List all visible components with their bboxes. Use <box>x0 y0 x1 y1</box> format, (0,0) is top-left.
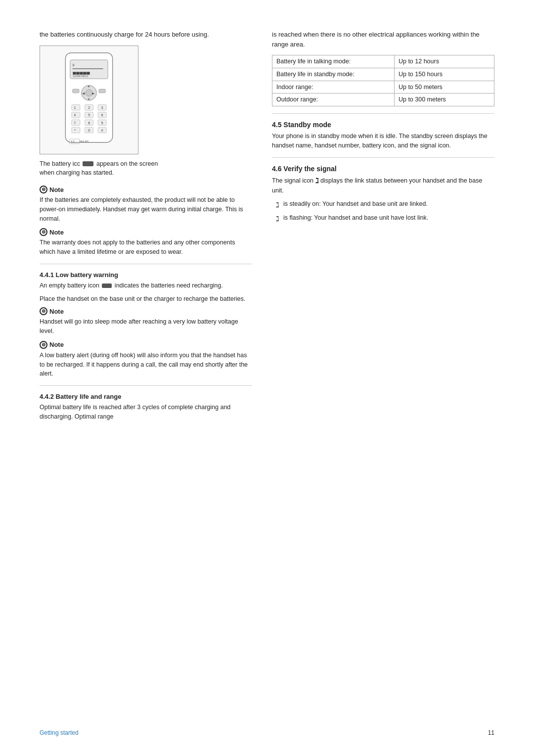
divider-2 <box>40 385 252 386</box>
svg-text:▲: ▲ <box>87 84 90 88</box>
section-442-text1: Optimal battery life is reached after 3 … <box>40 403 252 422</box>
spec-table-row: Outdoor range:Up to 300 meters <box>272 94 494 106</box>
svg-text:1: 1 <box>74 106 76 109</box>
signal-item-2: ℷ is flashing: Your handset and base uni… <box>276 213 494 224</box>
phone-image: 0 ⬛⬛⬛⬛⬛ 123456789012 ▲ ▼ ◀ ▶ <box>40 46 138 154</box>
spec-label: Outdoor range: <box>272 94 395 106</box>
spec-table-row: Battery life in talking mode:Up to 12 ho… <box>272 55 494 68</box>
note-3: ⊜ Note Handset will go into sleep mode a… <box>40 307 252 336</box>
svg-point-7 <box>86 90 92 96</box>
note-1-text: If the batteries are completely exhauste… <box>40 195 252 223</box>
spec-label: Indoor range: <box>272 81 395 94</box>
spec-label: Battery life in standby mode: <box>272 68 395 81</box>
svg-text:⬛⬛⬛⬛⬛: ⬛⬛⬛⬛⬛ <box>73 71 90 75</box>
note-4: ⊜ Note A low battery alert (during off h… <box>40 341 252 378</box>
svg-rect-12 <box>73 89 79 93</box>
section-46-title: 4.6 Verify the signal <box>272 165 494 173</box>
right-divider-1 <box>272 113 494 114</box>
intro-text-right: is reached when there is no other electr… <box>272 30 494 49</box>
svg-text:0: 0 <box>73 63 75 67</box>
svg-rect-13 <box>99 89 105 93</box>
battery-caption: The battery icc appears on the screen wh… <box>40 159 252 178</box>
note-2-title: ⊜ Note <box>40 228 252 236</box>
svg-text:*: * <box>74 128 76 132</box>
spec-table-row: Battery life in standby mode:Up to 150 h… <box>272 68 494 81</box>
svg-text:4: 4 <box>74 113 76 117</box>
divider-1 <box>40 264 252 264</box>
section-441-text2: Place the handset on the base unit or th… <box>40 294 252 304</box>
note-3-text: Handset will go into sleep mode after re… <box>40 317 252 336</box>
signal-icon-inline: ℷ <box>315 177 319 185</box>
phone-svg: 0 ⬛⬛⬛⬛⬛ 123456789012 ▲ ▼ ◀ ▶ <box>54 50 124 149</box>
footer: Getting started 11 <box>40 729 494 736</box>
svg-text:5: 5 <box>88 113 90 117</box>
svg-text:#: # <box>101 128 103 132</box>
note-4-title: ⊜ Note <box>40 341 252 349</box>
signal-steadily-icon: ℷ <box>276 199 279 210</box>
spec-table-row: Indoor range:Up to 50 meters <box>272 81 494 94</box>
note-4-icon: ⊜ <box>40 341 47 349</box>
svg-text:▼: ▼ <box>87 97 90 100</box>
section-442-title: 4.4.2 Battery life and range <box>40 393 252 400</box>
section-441-title: 4.4.1 Low battery warning <box>40 271 252 279</box>
signal-item-1: ℷ is steadily on: Your handset and base … <box>276 199 494 210</box>
svg-text:2: 2 <box>88 106 90 109</box>
note-3-icon: ⊜ <box>40 307 47 315</box>
svg-rect-3 <box>73 68 103 69</box>
two-column-layout: the batteries continuously charge for 24… <box>40 30 494 425</box>
signal-item-2-text: is flashing: Your handset and base unit … <box>283 213 428 223</box>
empty-battery-icon <box>102 284 112 288</box>
svg-text:9: 9 <box>101 121 103 124</box>
spec-value: Up to 12 hours <box>394 55 494 68</box>
intro-text-left: the batteries continuously charge for 24… <box>40 30 252 40</box>
note-1: ⊜ Note If the batteries are completely e… <box>40 186 252 223</box>
spec-label: Battery life in talking mode: <box>272 55 395 68</box>
section-441-text1: An empty battery icon indicates the batt… <box>40 281 252 290</box>
svg-text:123456789012: 123456789012 <box>73 75 89 78</box>
section-46-text: The signal icon ℷ displays the link stat… <box>272 176 494 195</box>
svg-text:PHILIPS: PHILIPS <box>80 140 89 142</box>
section-45-title: 4.5 Standby mode <box>272 121 494 129</box>
svg-rect-26 <box>72 120 80 125</box>
note-2-text: The warranty does not apply to the batte… <box>40 238 252 257</box>
spec-value: Up to 300 meters <box>394 94 494 106</box>
battery-icon <box>83 161 93 166</box>
note-2-icon: ⊜ <box>40 228 47 236</box>
footer-page: 11 <box>488 729 494 736</box>
spec-value: Up to 50 meters <box>394 81 494 94</box>
signal-list: ℷ is steadily on: Your handset and base … <box>276 199 494 224</box>
note-4-text: A low battery alert (during off hook) wi… <box>40 351 252 378</box>
page: the batteries continuously charge for 24… <box>0 0 534 756</box>
section-45-text: Your phone is in standby mode when it is… <box>272 132 494 150</box>
note-3-title: ⊜ Note <box>40 307 252 315</box>
note-2: ⊜ Note The warranty does not apply to th… <box>40 228 252 257</box>
signal-item-1-text: is steadily on: Your handset and base un… <box>283 199 428 209</box>
spec-value: Up to 150 hours <box>394 68 494 81</box>
signal-flashing-icon: ℷ <box>276 213 279 224</box>
note-1-title: ⊜ Note <box>40 186 252 193</box>
note-1-icon: ⊜ <box>40 186 47 193</box>
spec-table: Battery life in talking mode:Up to 12 ho… <box>272 55 494 106</box>
svg-rect-20 <box>72 112 80 117</box>
svg-text:6: 6 <box>101 113 103 117</box>
svg-text:0: 0 <box>88 128 90 132</box>
svg-rect-14 <box>72 104 80 110</box>
left-column: the batteries continuously charge for 24… <box>40 30 252 425</box>
svg-text:7: 7 <box>74 121 76 124</box>
svg-text:6.0: 6.0 <box>71 140 75 142</box>
svg-rect-32 <box>72 127 80 133</box>
right-divider-2 <box>272 157 494 158</box>
svg-text:3: 3 <box>101 106 103 109</box>
svg-text:8: 8 <box>88 121 90 124</box>
right-column: is reached when there is no other electr… <box>272 30 494 425</box>
footer-label: Getting started <box>40 729 79 736</box>
